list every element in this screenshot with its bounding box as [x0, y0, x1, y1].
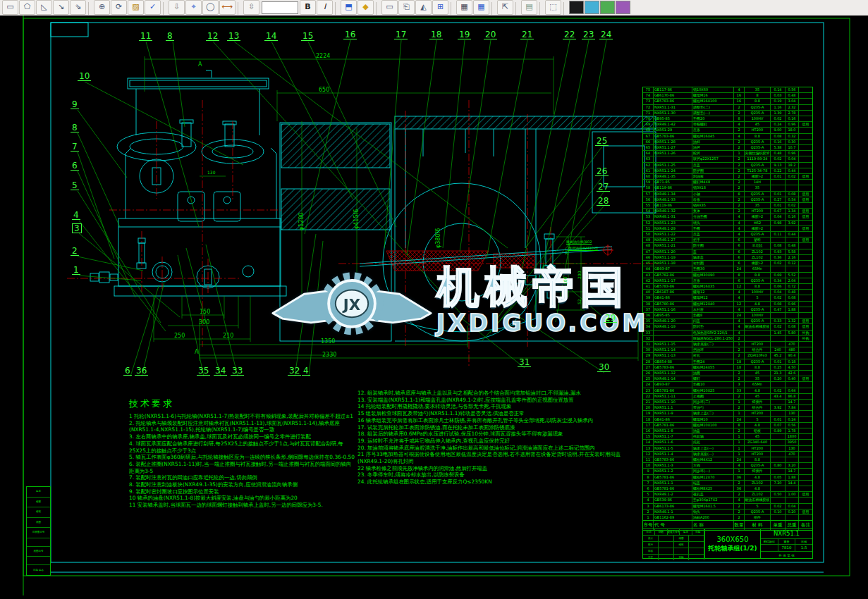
- rotate-tool-icon[interactable]: ⟳: [111, 0, 127, 15]
- cell: [771, 446, 786, 451]
- cell: [799, 221, 812, 226]
- color-chip-black[interactable]: [569, 1, 584, 14]
- axis-tool-icon[interactable]: ⌖: [185, 0, 202, 15]
- cell: 57: [643, 192, 654, 197]
- cell: ZL102: [745, 492, 771, 497]
- cell: NXR51.1.1: [654, 405, 692, 410]
- leader-line: [443, 40, 465, 248]
- cell: 0.10: [771, 510, 786, 514]
- callout-label: 30: [597, 363, 611, 372]
- cell: 2: [734, 510, 745, 514]
- corner-cell: [27, 556, 50, 564]
- cell: [799, 475, 812, 480]
- cell: [799, 180, 812, 185]
- cell: 0.64: [786, 388, 799, 393]
- align-tool-icon[interactable]: ⇩: [169, 0, 185, 15]
- cell: [799, 440, 812, 445]
- layout-icon[interactable]: ⬒: [341, 0, 357, 15]
- cell: 3.20: [786, 463, 799, 468]
- cell: 0.67: [771, 209, 786, 214]
- cell: NXR51.1-5: [654, 446, 692, 451]
- cell: 外购: [799, 331, 812, 335]
- cell: 66: [643, 140, 654, 144]
- table-icon[interactable]: ▦: [473, 0, 489, 15]
- cell: 把手: [692, 237, 734, 242]
- cell: GB1162-89: [654, 515, 692, 520]
- cell: 1.39: [771, 111, 786, 116]
- layer-color-icon[interactable]: ◆: [357, 0, 374, 15]
- properties-icon[interactable]: ▤: [521, 0, 537, 15]
- copy-icon[interactable]: ⎗: [398, 0, 415, 15]
- polygon-tool-icon[interactable]: ⬠: [19, 0, 35, 15]
- hatch-tool-icon[interactable]: ▨: [128, 0, 144, 15]
- rectangle-tool-icon[interactable]: ▭: [2, 0, 18, 15]
- drawing-canvas[interactable]: 技术要求 1 托轮(NXR51.1-6)与托轮轴(NXR51.1-7)热装配时不…: [0, 16, 868, 599]
- table-row: 5NXR49.1-2视孔盖2ZL1020.501.00借用: [643, 491, 812, 497]
- cell: ZL102: [745, 255, 771, 260]
- cell: 33: [734, 388, 745, 393]
- cell: 油管: [692, 145, 734, 150]
- cell: 签字: [680, 529, 692, 535]
- cell: [786, 486, 799, 491]
- dim-horizontal-icon[interactable]: ⟷: [219, 0, 236, 15]
- cell: 65: [643, 145, 654, 150]
- ellipse-tool-icon[interactable]: ◯: [202, 0, 219, 15]
- leader-tool-icon[interactable]: ↘: [53, 0, 69, 15]
- tech-item: 1 托轮(NXR51.1-6)与托轮轴(NXR51.1-7)热装配时不得有倾斜现…: [129, 413, 356, 420]
- cell: 校对: [643, 542, 659, 548]
- circle-tool-icon[interactable]: ⊕: [94, 0, 110, 15]
- cell: [771, 226, 786, 231]
- tech-item: 12. 组装轴承时,轴承底座与轴承上盖以及与之相配合的各个结合面均需加铅油封口,…: [357, 390, 641, 397]
- check-tool-icon[interactable]: ✓: [145, 0, 161, 15]
- italic-button[interactable]: I: [317, 0, 333, 15]
- part-name: 托轮轴承组(1/2): [708, 544, 757, 552]
- pan-icon[interactable]: ⇱: [497, 0, 513, 15]
- dim-vertical-icon[interactable]: ⇳: [243, 0, 259, 15]
- arrow-tool-icon[interactable]: ⇘: [70, 0, 86, 15]
- callout-label: 1: [72, 266, 80, 275]
- triangle-tool-icon[interactable]: ◺: [36, 0, 52, 15]
- cell: [689, 548, 704, 554]
- cell: ZL102: [745, 249, 771, 254]
- cell: 55: [643, 203, 654, 208]
- cell: 防尘圈: [692, 243, 734, 248]
- cell: 2: [734, 140, 745, 144]
- cell: HT200: [745, 342, 771, 347]
- cell: 6: [734, 255, 745, 260]
- color-chip-purple[interactable]: [616, 1, 630, 14]
- color-chip-cyan[interactable]: [585, 1, 599, 14]
- cell: 销10X60: [692, 87, 734, 92]
- cell: 0.40: [786, 376, 799, 381]
- cell: 45: [643, 261, 654, 266]
- table-row: 6GB5781-86螺栓M8X25364.8: [643, 486, 812, 491]
- cell: 2: [734, 376, 745, 381]
- leader-line: [213, 42, 465, 319]
- cell: [799, 394, 812, 399]
- cell: 2: [734, 174, 745, 179]
- cell: 0.08: [786, 324, 799, 329]
- cell: 0.03: [771, 93, 786, 98]
- parts-list-body: 75GB117-86销10X604350.140.5674GB6170-86螺母…: [643, 87, 812, 520]
- mirror-icon[interactable]: ◭: [415, 0, 432, 15]
- text-style-input[interactable]: [262, 1, 298, 14]
- settings-icon[interactable]: ⬚: [545, 0, 561, 15]
- cell: [786, 266, 799, 271]
- image-icon[interactable]: ▦: [456, 0, 472, 15]
- grid-icon[interactable]: ⊞: [432, 0, 448, 15]
- cell: 71: [643, 111, 654, 116]
- tech-item: 14 托轮组装配时用撬棍撬动,要求转动灵活,与各部无卡死,干抗现象: [357, 403, 641, 410]
- cell: [659, 536, 674, 541]
- cell: Q235-A: [745, 145, 771, 150]
- cell: NXR49.1-42: [654, 122, 692, 127]
- cell: 130: [786, 411, 799, 416]
- cell: 描校: [674, 542, 690, 548]
- leader-line: [487, 40, 527, 259]
- cell: 垫圈8: [692, 313, 734, 318]
- cell: NXR49.1-19: [654, 324, 692, 329]
- viewport-icon[interactable]: ▭: [381, 0, 398, 15]
- bold-button[interactable]: B: [300, 0, 316, 15]
- color-chip-green[interactable]: [600, 1, 615, 14]
- part-size: 360X650: [716, 535, 748, 544]
- cell: 羊毛毡: [745, 243, 771, 248]
- cell: [799, 278, 812, 283]
